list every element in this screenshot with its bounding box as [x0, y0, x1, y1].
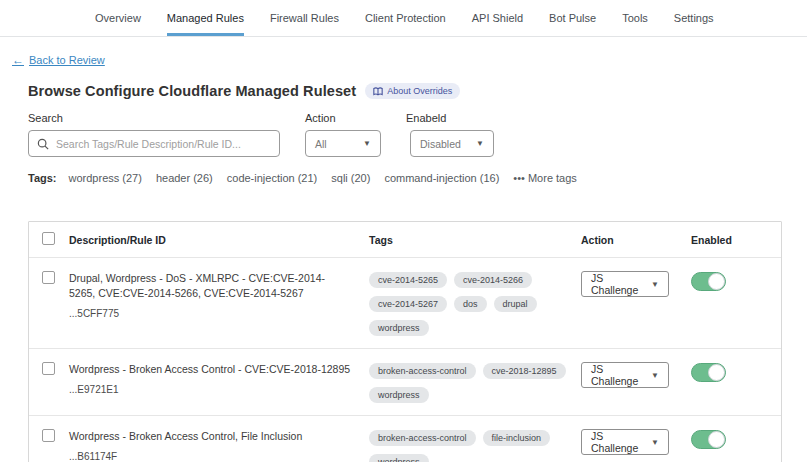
- table-row: Wordpress - Broken Access Control - CVE:…: [29, 349, 781, 416]
- header-tags: Tags: [369, 234, 581, 246]
- search-box: [28, 130, 280, 157]
- back-arrow-icon: ←: [12, 54, 24, 66]
- chevron-down-icon: ▼: [651, 438, 659, 447]
- row-checkbox[interactable]: [42, 429, 55, 442]
- rule-tags: broken-access-controlfile-inclusionwordp…: [369, 430, 581, 462]
- chevron-down-icon: ▼: [363, 139, 371, 148]
- enabled-filter: Enabeld Disabled ▼: [406, 112, 494, 157]
- rule-tags: cve-2014-5265cve-2014-5266cve-2014-5267d…: [369, 272, 581, 336]
- tag-pill: cve-2014-5267: [369, 296, 447, 312]
- tag-filter-link[interactable]: wordpress (27): [69, 172, 142, 184]
- table-row: Wordpress - Broken Access Control, File …: [29, 416, 781, 462]
- about-badge-label: About Overrides: [387, 86, 452, 96]
- tab-api-shield[interactable]: API Shield: [472, 0, 523, 36]
- action-select[interactable]: JS Challenge ▼: [581, 429, 669, 455]
- tab-tools[interactable]: Tools: [622, 0, 648, 36]
- action-filter: Action All ▼: [305, 112, 381, 157]
- tag-pill: wordpress: [369, 320, 429, 336]
- row-checkbox[interactable]: [42, 271, 55, 284]
- search-filter: Search: [28, 112, 280, 157]
- action-select[interactable]: JS Challenge ▼: [581, 271, 669, 297]
- tag-filter-link[interactable]: header (26): [156, 172, 213, 184]
- tag-pill: wordpress: [369, 387, 429, 403]
- header-description: Description/Rule ID: [69, 234, 369, 246]
- back-link-label: Back to Review: [29, 54, 105, 66]
- tags-links: wordpress (27)header (26)code-injection …: [69, 172, 514, 184]
- rule-description: Drupal, Wordpress - DoS - XMLRPC - CVE:C…: [69, 271, 369, 301]
- rule-id: ...E9721E1: [69, 384, 369, 395]
- rule-description: Wordpress - Broken Access Control, File …: [69, 429, 369, 444]
- tag-filter-link[interactable]: command-injection (16): [384, 172, 499, 184]
- action-select-value: JS Challenge: [591, 363, 651, 387]
- chevron-down-icon: ▼: [651, 280, 659, 289]
- tab-bot-pulse[interactable]: Bot Pulse: [549, 0, 596, 36]
- tag-pill: wordpress: [369, 454, 429, 462]
- row-checkbox[interactable]: [42, 362, 55, 375]
- header-action: Action: [581, 234, 679, 246]
- tag-pill: broken-access-control: [369, 363, 476, 379]
- tab-managed-rules[interactable]: Managed Rules: [167, 0, 244, 36]
- table-header-row: Description/Rule ID Tags Action Enabled: [29, 222, 781, 258]
- rules-table: Description/Rule ID Tags Action Enabled …: [28, 221, 782, 462]
- enabled-label: Enabeld: [406, 112, 494, 124]
- tag-pill: cve-2014-5265: [369, 272, 447, 288]
- tab-settings[interactable]: Settings: [674, 0, 714, 36]
- table-row: Drupal, Wordpress - DoS - XMLRPC - CVE:C…: [29, 258, 781, 349]
- action-filter-select[interactable]: All ▼: [305, 130, 381, 157]
- toggle-knob: [708, 364, 725, 381]
- nav-tabs: OverviewManaged RulesFirewall RulesClien…: [95, 0, 674, 36]
- search-input[interactable]: [56, 138, 271, 150]
- tag-pill: drupal: [494, 296, 537, 312]
- enabled-toggle[interactable]: [691, 363, 726, 382]
- tag-pill: cve-2018-12895: [483, 363, 566, 379]
- page-title: Browse Configure Cloudflare Managed Rule…: [28, 83, 356, 99]
- tab-firewall-rules[interactable]: Firewall Rules: [270, 0, 339, 36]
- tag-pill: broken-access-control: [369, 430, 476, 446]
- header-enabled: Enabled: [679, 234, 781, 246]
- rule-id: ...5CFF775: [69, 308, 369, 319]
- chevron-down-icon: ▼: [651, 371, 659, 380]
- search-label: Search: [28, 112, 280, 124]
- table-body: Drupal, Wordpress - DoS - XMLRPC - CVE:C…: [29, 258, 781, 462]
- enabled-toggle[interactable]: [691, 272, 726, 291]
- rule-id: ...B61174F: [69, 451, 369, 462]
- select-all-checkbox[interactable]: [42, 232, 55, 245]
- action-filter-value: All: [315, 138, 327, 150]
- tag-pill: dos: [454, 296, 487, 312]
- chevron-down-icon: ▼: [476, 139, 484, 148]
- tags-bar-label: Tags:: [28, 172, 57, 184]
- action-select[interactable]: JS Challenge ▼: [581, 362, 669, 388]
- back-to-review-link[interactable]: ← Back to Review: [12, 54, 105, 66]
- top-navigation: OverviewManaged RulesFirewall RulesClien…: [0, 0, 807, 37]
- search-icon: [37, 138, 49, 150]
- more-tags-link[interactable]: ••• More tags: [513, 172, 577, 184]
- rule-tags: broken-access-controlcve-2018-12895wordp…: [369, 363, 581, 403]
- action-select-value: JS Challenge: [591, 272, 651, 296]
- book-icon: [373, 87, 383, 96]
- tag-pill: cve-2014-5266: [454, 272, 532, 288]
- toggle-knob: [708, 431, 725, 448]
- about-overrides-badge[interactable]: About Overrides: [365, 83, 460, 99]
- action-select-value: JS Challenge: [591, 430, 651, 454]
- rule-description: Wordpress - Broken Access Control - CVE:…: [69, 362, 369, 377]
- enabled-filter-select[interactable]: Disabled ▼: [410, 130, 494, 157]
- toggle-knob: [708, 273, 725, 290]
- tag-pill: file-inclusion: [483, 430, 551, 446]
- enabled-filter-value: Disabled: [420, 138, 461, 150]
- tags-bar: Tags: wordpress (27)header (26)code-inje…: [28, 172, 782, 184]
- tab-overview[interactable]: Overview: [95, 0, 141, 36]
- tab-client-protection[interactable]: Client Protection: [365, 0, 446, 36]
- tag-filter-link[interactable]: sqli (20): [331, 172, 370, 184]
- tag-filter-link[interactable]: code-injection (21): [227, 172, 318, 184]
- action-label: Action: [305, 112, 381, 124]
- enabled-toggle[interactable]: [691, 430, 726, 449]
